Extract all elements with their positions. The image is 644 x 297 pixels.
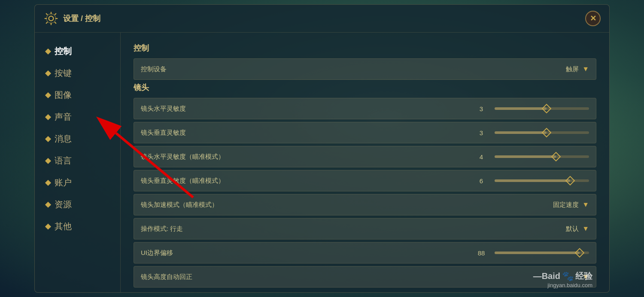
sidebar-item-label: 按键: [55, 67, 72, 79]
h-aim-sensitivity-value: 4: [475, 153, 488, 161]
v-aim-sensitivity-row: 镜头垂直灵敏度（瞄准模式） 6: [134, 170, 596, 191]
h-aim-sensitivity-row: 镜头水平灵敏度（瞄准模式） 4: [134, 146, 596, 167]
v-aim-sensitivity-label: 镜头垂直灵敏度（瞄准模式）: [141, 177, 475, 185]
h-sensitivity-slider[interactable]: [495, 104, 589, 113]
baidu-logo-text: —Baid: [533, 271, 560, 281]
close-button[interactable]: ✕: [585, 11, 601, 26]
slider-thumb: [542, 104, 552, 114]
sidebar-item-label: 资源: [55, 199, 72, 210]
sidebar-item-account[interactable]: 账户: [39, 173, 116, 193]
control-device-dropdown[interactable]: 触屏 ▼: [566, 65, 589, 73]
sidebar-item-other[interactable]: 其他: [39, 216, 116, 236]
aim-accel-mode-label: 镜头加速模式（瞄准模式）: [141, 201, 553, 209]
slider-fill: [495, 252, 580, 254]
aim-accel-mode-value: 固定速度: [553, 201, 579, 209]
diamond-icon: [45, 70, 51, 76]
camera-auto-reset-row: 镜头高度自动回正 ▼: [134, 266, 596, 288]
slider-thumb: [542, 128, 552, 138]
sidebar-item-label: 图像: [55, 89, 72, 101]
svg-point-0: [49, 16, 54, 21]
v-aim-sensitivity-value: 6: [475, 177, 488, 185]
svg-point-1: [46, 14, 56, 23]
ui-offset-slider[interactable]: [495, 249, 589, 257]
sidebar-item-sound[interactable]: 声音: [39, 107, 116, 127]
v-sensitivity-label: 镜头垂直灵敏度: [141, 129, 475, 137]
sidebar-item-label: 消息: [55, 133, 72, 145]
v-sensitivity-value: 3: [475, 129, 488, 136]
h-sensitivity-label: 镜头水平灵敏度: [141, 105, 475, 113]
sidebar: 控制 按键 图像 声音 消息 语言: [35, 33, 121, 292]
control-device-row[interactable]: 控制设备 触屏 ▼: [134, 58, 596, 80]
diamond-icon: [45, 48, 51, 54]
slider-track: [495, 179, 589, 182]
diamond-icon: [45, 223, 51, 229]
sidebar-item-control[interactable]: 控制: [39, 41, 116, 61]
diamond-icon: [45, 201, 51, 207]
ui-offset-value: 88: [475, 249, 488, 257]
baidu-watermark: —Baid 🐾 经验 jingyan.baidu.com: [533, 270, 592, 288]
slider-track: [495, 107, 589, 110]
sidebar-item-keys[interactable]: 按键: [39, 63, 116, 83]
slider-track: [495, 131, 589, 134]
sidebar-item-label: 账户: [55, 177, 72, 188]
slider-thumb: [575, 248, 585, 258]
header-title: 设置 / 控制: [63, 13, 100, 24]
dropdown-arrow-icon: ▼: [582, 65, 589, 73]
h-aim-sensitivity-label: 镜头水平灵敏度（瞄准模式）: [141, 153, 475, 161]
walk-mode-label: 操作模式: 行走: [141, 225, 566, 233]
gear-icon: [43, 11, 59, 26]
camera-auto-reset-label: 镜头高度自动回正: [141, 273, 582, 281]
sidebar-item-label: 控制: [55, 45, 72, 57]
diamond-icon: [45, 179, 51, 185]
v-sensitivity-slider[interactable]: [495, 128, 589, 137]
section-title-control: 控制: [134, 43, 596, 53]
sidebar-item-messages[interactable]: 消息: [39, 129, 116, 149]
sidebar-item-language[interactable]: 语言: [39, 151, 116, 171]
sidebar-item-resources[interactable]: 资源: [39, 194, 116, 215]
diamond-icon: [45, 92, 51, 98]
aim-accel-mode-row[interactable]: 镜头加速模式（瞄准模式） 固定速度 ▼: [134, 194, 596, 215]
h-sensitivity-value: 3: [475, 105, 488, 112]
diamond-icon: [45, 158, 51, 164]
sidebar-item-label: 声音: [55, 111, 72, 123]
control-device-value: 触屏: [566, 65, 579, 73]
dropdown-arrow-icon: ▼: [582, 201, 589, 209]
section-title-camera: 镜头: [134, 82, 596, 93]
settings-modal: 设置 / 控制 ✕ 控制 按键 图像 声音 消息: [34, 4, 610, 293]
v-aim-sensitivity-slider[interactable]: [495, 176, 589, 185]
ui-offset-label: UI边界偏移: [141, 249, 475, 257]
walk-mode-row[interactable]: 操作模式: 行走 默认 ▼: [134, 218, 596, 239]
modal-body: 控制 按键 图像 声音 消息 语言: [35, 33, 609, 292]
walk-mode-dropdown[interactable]: 默认 ▼: [566, 225, 589, 233]
paw-icon: 🐾: [562, 271, 574, 282]
sidebar-item-graphics[interactable]: 图像: [39, 85, 116, 105]
slider-track: [495, 252, 589, 254]
aim-accel-mode-dropdown[interactable]: 固定速度 ▼: [553, 201, 589, 209]
slider-fill: [495, 107, 547, 110]
slider-track: [495, 155, 589, 158]
sidebar-item-label: 其他: [55, 221, 72, 232]
slider-fill: [495, 179, 570, 182]
walk-mode-value: 默认: [566, 225, 579, 233]
dropdown-arrow-icon: ▼: [582, 225, 589, 233]
v-sensitivity-row: 镜头垂直灵敏度 3: [134, 122, 596, 143]
slider-thumb: [565, 176, 575, 186]
control-device-label: 控制设备: [141, 65, 566, 73]
diamond-icon: [45, 114, 51, 120]
modal-header: 设置 / 控制 ✕: [35, 5, 609, 33]
baidu-logo: —Baid 🐾 经验: [533, 270, 592, 282]
h-sensitivity-row: 镜头水平灵敏度 3: [134, 98, 596, 119]
slider-fill: [495, 131, 547, 134]
settings-content: 控制 控制设备 触屏 ▼ 镜头 镜头水平灵敏度 3: [121, 33, 609, 292]
baidu-suffix: 经验: [575, 270, 592, 282]
diamond-icon: [45, 136, 51, 142]
slider-thumb: [551, 152, 561, 162]
h-aim-sensitivity-slider[interactable]: [495, 152, 589, 161]
sidebar-item-label: 语言: [55, 155, 72, 167]
baidu-url: jingyan.baidu.com: [547, 282, 592, 288]
slider-fill: [495, 155, 556, 158]
ui-offset-row: UI边界偏移 88: [134, 242, 596, 264]
